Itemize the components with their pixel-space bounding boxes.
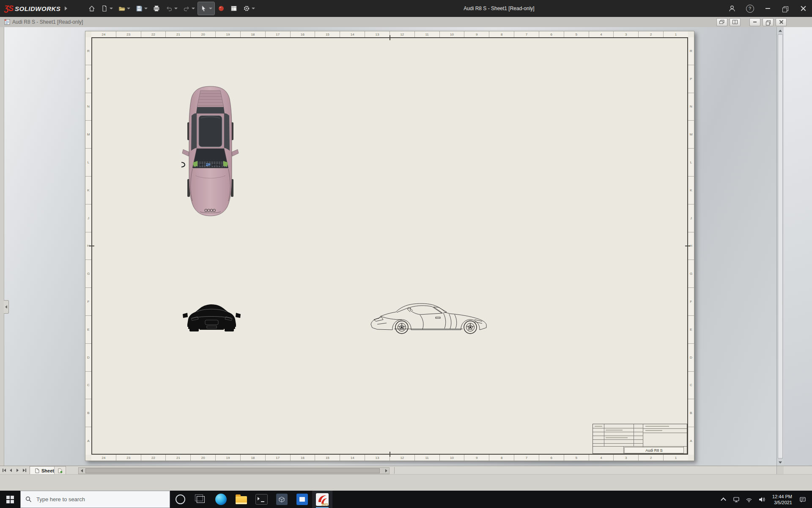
select-dropdown-icon[interactable] [209,8,212,9]
options-dropdown-icon[interactable] [252,8,255,9]
print-button[interactable] [151,2,162,15]
zone-letter: R [688,37,694,65]
zone-number: 6 [539,31,564,37]
save-dropdown-icon[interactable] [144,8,148,9]
undo-dropdown-icon[interactable] [174,8,178,9]
sheet-properties-button[interactable] [228,2,240,15]
zone-number: 19 [215,455,240,461]
statusbar-divider [394,467,395,474]
minimize-button[interactable] [759,0,776,17]
open-button[interactable] [116,2,132,15]
scroll-right-button[interactable] [383,468,389,474]
drawing-view-side[interactable] [369,301,502,337]
3d-viewer-button[interactable] [272,491,292,508]
home-button[interactable] [86,2,98,15]
quick-access-toolbar [86,2,257,15]
horizontal-scrollbar[interactable] [78,467,390,474]
doc-minimize-button[interactable] [749,18,760,26]
account-button[interactable] [723,0,741,17]
chevron-up-icon [721,497,727,503]
terminal-icon [255,494,268,505]
scroll-left-button[interactable] [79,468,85,474]
edge-button[interactable] [211,491,231,508]
search-icon [25,496,32,502]
doc-restore-button[interactable] [763,18,774,26]
zone-number: 19 [215,31,240,37]
horizontal-scrollbar-thumb[interactable] [85,468,380,473]
start-button[interactable] [0,491,20,508]
task-view-button[interactable] [190,491,211,508]
zone-number: 1 [663,31,688,37]
action-center-icon [799,496,806,503]
next-sheet-button[interactable] [14,467,21,474]
drawing-sheet[interactable]: 242322212019181716151413121110987654321 … [85,31,694,461]
zone-letter: K [688,176,694,204]
scroll-up-button[interactable] [777,27,784,34]
window-title: Audi R8 S - Sheet1 [Read-only] [423,6,575,11]
file-explorer-button[interactable] [231,491,251,508]
zone-number: 14 [340,31,365,37]
cube-icon [276,494,288,505]
zone-number: 11 [414,455,439,461]
wifi-button[interactable] [743,491,755,508]
cortana-button[interactable] [170,491,190,508]
last-sheet-button[interactable] [21,467,27,474]
save-button[interactable] [133,2,150,15]
options-button[interactable] [241,2,257,15]
title-block-model-name: Audi R8 S [624,447,684,453]
vertical-scrollbar-thumb[interactable] [778,34,783,458]
doc-close-button[interactable] [776,18,787,26]
solidworks-taskbar-button[interactable]: 2021 [312,491,332,508]
add-sheet-button[interactable] [54,466,66,475]
previous-sheet-button[interactable] [8,467,14,474]
zone-number: 13 [365,31,390,37]
restore-button[interactable] [776,0,794,17]
windows-taskbar: 2021 12:44 PM 3/5/2021 [0,491,812,508]
title-block[interactable]: Audi R8 S [593,424,687,454]
save-icon [135,5,143,12]
drawing-view-front[interactable] [183,300,241,338]
network-button[interactable] [730,491,743,508]
horizontal-scrollbar-track[interactable] [85,468,383,474]
taskbar-search[interactable] [20,491,170,508]
new-document-button[interactable] [99,2,115,15]
window-left-edge [0,27,4,466]
doc-minimize-icon [753,22,757,22]
tray-overflow-button[interactable] [717,491,730,508]
taskbar-clock[interactable]: 12:44 PM 3/5/2021 [768,494,796,505]
vertical-scrollbar[interactable] [776,27,784,466]
zone-letter: C [688,371,694,399]
scroll-down-button[interactable] [777,459,784,466]
redo-dropdown-icon[interactable] [192,8,195,9]
next-sheet-icon [16,469,19,472]
task-pane-collapsed[interactable] [784,27,812,466]
redo-button[interactable] [181,2,197,15]
user-icon [728,5,736,12]
menu-flyout-arrow-icon[interactable] [65,6,67,11]
volume-button[interactable] [755,491,768,508]
drawing-view-top[interactable] [181,85,239,217]
title-block-line [593,432,643,432]
terminal-button[interactable] [251,491,272,508]
xpress-tools-button[interactable] [215,2,227,15]
first-sheet-button[interactable] [1,467,7,474]
zone-letter: L [85,148,91,176]
blue-app-button[interactable] [292,491,312,508]
close-button[interactable] [794,0,812,17]
arrow-right-icon [385,469,387,472]
zone-letter: P [688,65,694,93]
new-window-button[interactable] [716,18,727,26]
help-button[interactable]: ? [741,0,759,17]
action-center-button[interactable] [796,491,809,508]
sheet-page-icon [35,468,39,473]
zone-number: 7 [514,455,539,461]
undo-button[interactable] [163,2,180,15]
featuremanager-collapsed-tab[interactable] [4,300,9,314]
system-tray: 12:44 PM 3/5/2021 [717,491,812,508]
graphics-area[interactable]: 242322212019181716151413121110987654321 … [0,27,812,466]
new-document-dropdown-icon[interactable] [110,8,113,9]
search-input[interactable] [36,496,165,503]
open-dropdown-icon[interactable] [127,8,130,9]
tile-windows-button[interactable] [730,18,741,26]
select-tool-button[interactable] [198,2,214,15]
